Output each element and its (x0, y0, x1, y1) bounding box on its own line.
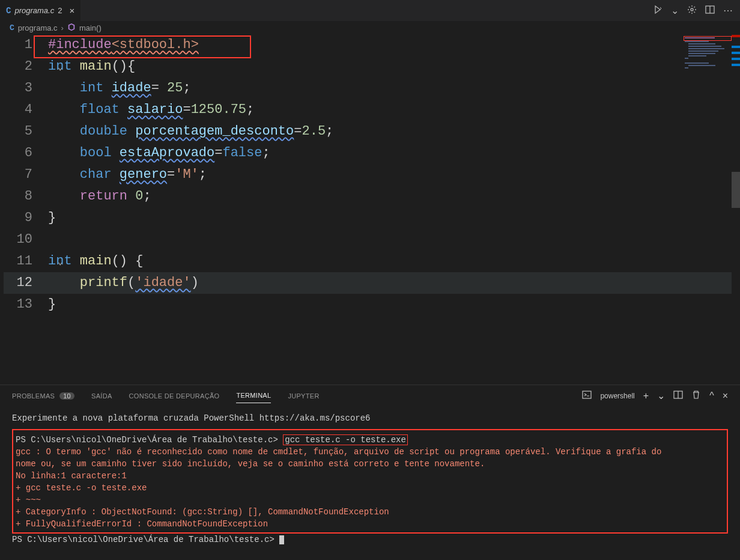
terminal-error-line: + ~~~ (16, 494, 724, 506)
token-preproc: #include (48, 37, 112, 52)
token-string: 'idade' (135, 275, 190, 290)
token-punct: ; (199, 167, 207, 182)
scroll-thumb[interactable] (732, 172, 740, 208)
token-punct: { (135, 254, 143, 269)
symbol-method-icon (67, 23, 76, 33)
token-number: 2.5 (302, 124, 326, 139)
token-header: <stdbool.h> (112, 37, 199, 52)
tab-label: JUPYTER (288, 392, 319, 400)
code-line[interactable]: 4 float salario=1250.75; (4, 99, 740, 121)
tab-debug-console[interactable]: CONSOLE DE DEPURAÇÃO (129, 392, 220, 400)
terminal-line: PS C:\Users\nicol\OneDrive\Área de Traba… (12, 534, 728, 546)
bottom-panel: PROBLEMAS 10 SAÍDA CONSOLE DE DEPURAÇÃO … (0, 385, 740, 560)
token-punct: ; (326, 124, 333, 139)
more-run-icon[interactable]: ⌄ (671, 5, 679, 16)
token-string: 'M' (175, 167, 199, 182)
chevron-right-icon: › (61, 23, 64, 32)
token-punct: = (183, 102, 190, 117)
token-keyword: bool (80, 145, 112, 160)
terminal-cursor (279, 535, 284, 544)
token-variable: genero (120, 167, 167, 182)
tab-label: SAÍDA (91, 392, 112, 400)
terminal-prompt: PS C:\Users\nicol\OneDrive\Área de Traba… (12, 535, 279, 544)
code-line[interactable]: 11 ⌄ int main() { (4, 251, 740, 272)
maximize-panel-icon[interactable]: ^ (709, 391, 714, 401)
scroll-error-mark (732, 35, 740, 37)
terminal-shell-icon[interactable] (582, 390, 592, 401)
terminal-error-line: nome ou, se um caminho tiver sido incluí… (16, 458, 724, 470)
scroll-info-mark (732, 58, 740, 60)
line-number: 4 (4, 99, 48, 121)
code-line[interactable]: 5 double porcentagem_desconto=2.5; (4, 121, 740, 142)
tab-label: PROBLEMAS (12, 392, 55, 400)
token-keyword: false (222, 145, 262, 160)
code-line[interactable]: 13 } (4, 294, 740, 315)
new-terminal-icon[interactable]: + (643, 391, 649, 401)
more-actions-icon[interactable]: ⋯ (723, 5, 733, 16)
token-number: 1250.75 (191, 102, 246, 117)
editor-scrollbar[interactable] (732, 34, 740, 382)
breadcrumb-file[interactable]: programa.c (18, 23, 58, 32)
tab-label: TERMINAL (236, 392, 271, 399)
split-editor-icon[interactable] (705, 5, 715, 17)
token-variable: idade (112, 81, 151, 96)
code-editor[interactable]: 1 #include<stdbool.h> 2 ⌄ int main(){ 3 … (0, 34, 740, 315)
panel-tab-bar: PROBLEMAS 10 SAÍDA CONSOLE DE DEPURAÇÃO … (0, 385, 740, 406)
token-punct: } (48, 210, 56, 225)
panel-actions: powershell + ⌄ ^ × (582, 390, 728, 401)
token-variable: porcentagem_desconto (135, 124, 294, 139)
code-line[interactable]: 2 ⌄ int main(){ (4, 56, 740, 78)
line-number: 6 (4, 142, 48, 164)
token-punct: = (151, 81, 159, 96)
annotation-highlight-box: PS C:\Users\nicol\OneDrive\Área de Traba… (12, 429, 728, 534)
code-line[interactable]: 10 (4, 229, 740, 251)
run-icon[interactable] (653, 5, 663, 17)
token-function: main (80, 59, 112, 74)
tab-terminal[interactable]: TERMINAL (236, 392, 271, 403)
token-punct: ; (246, 102, 254, 117)
tab-problems[interactable]: PROBLEMAS 10 (12, 392, 74, 400)
terminal-error-line: + FullyQualifiedErrorId : CommandNotFoun… (16, 518, 724, 530)
svg-point-0 (691, 8, 693, 11)
shell-name[interactable]: powershell (600, 392, 634, 400)
c-file-icon: C (10, 23, 14, 32)
token-punct: ( (112, 254, 120, 269)
tab-output[interactable]: SAÍDA (91, 392, 112, 400)
terminal-output[interactable]: Experimente a nova plataforma cruzada Po… (0, 406, 740, 546)
token-punct: ( (112, 59, 120, 74)
token-punct: ) (120, 59, 127, 74)
tab-dirty-indicator: 2 (58, 6, 62, 15)
terminal-line: PS C:\Users\nicol\OneDrive\Área de Traba… (16, 434, 724, 446)
line-number: 9 (4, 207, 48, 229)
terminal-dropdown-icon[interactable]: ⌄ (657, 390, 665, 401)
line-number: 5 (4, 121, 48, 142)
close-tab-icon[interactable]: × (69, 5, 74, 16)
line-number: 10 (4, 229, 48, 251)
code-line[interactable]: 9 } (4, 207, 740, 229)
code-line[interactable]: 6 bool estaAprovado=false; (4, 142, 740, 164)
scroll-info-mark (732, 64, 740, 66)
token-variable: salario (127, 102, 183, 117)
minimap[interactable] (684, 35, 732, 107)
line-number: 8 (4, 186, 48, 207)
token-punct: ; (262, 145, 270, 160)
code-line[interactable]: 1 #include<stdbool.h> (4, 34, 740, 56)
breadcrumb[interactable]: C programa.c › main() (0, 21, 740, 34)
code-line[interactable]: 7 char genero='M'; (4, 164, 740, 186)
breadcrumb-symbol[interactable]: main() (79, 23, 102, 32)
tab-filename: programa.c (14, 6, 54, 15)
code-line-active[interactable]: 12 printf('idade') (4, 272, 740, 294)
settings-gear-icon[interactable] (687, 5, 697, 17)
editor-tab-programa[interactable]: C programa.c 2 × (0, 0, 80, 21)
line-number: 2 (4, 56, 48, 78)
token-punct: ; (183, 81, 190, 96)
code-line[interactable]: 8 return 0; (4, 186, 740, 207)
tab-jupyter[interactable]: JUPYTER (288, 392, 319, 400)
line-number: 11 (4, 251, 48, 272)
terminal-command: gcc teste.c -o teste.exe (283, 434, 408, 445)
token-punct: ( (127, 275, 135, 290)
code-line[interactable]: 3 int idade= 25; (4, 78, 740, 99)
close-panel-icon[interactable]: × (723, 391, 728, 401)
kill-terminal-icon[interactable] (691, 390, 701, 401)
split-terminal-icon[interactable] (673, 390, 683, 401)
